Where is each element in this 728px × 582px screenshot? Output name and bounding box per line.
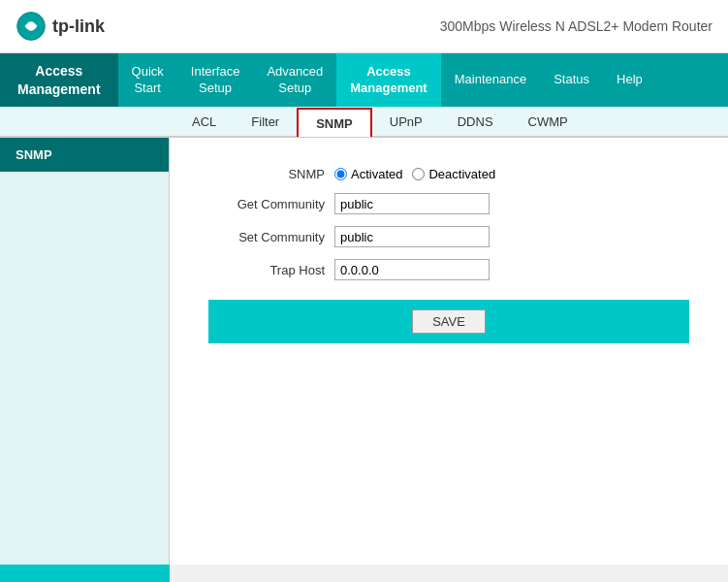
- sub-nav-upnp[interactable]: UPnP: [372, 107, 440, 136]
- product-title: 300Mbps Wireless N ADSL2+ Modem Router: [440, 18, 712, 34]
- bottom-filler: [170, 565, 728, 582]
- set-community-row: Set Community: [208, 226, 689, 247]
- deactivated-radio[interactable]: [412, 168, 425, 180]
- deactivated-label: Deactivated: [428, 167, 495, 181]
- sub-nav: ACL Filter SNMP UPnP DDNS CWMP: [0, 107, 728, 138]
- logo-text: tp-link: [52, 16, 105, 37]
- save-row: SAVE: [208, 300, 689, 343]
- deactivated-option[interactable]: Deactivated: [412, 167, 495, 181]
- page-header: tp-link 300Mbps Wireless N ADSL2+ Modem …: [0, 0, 728, 53]
- sidebar-snmp-item[interactable]: SNMP: [0, 138, 169, 172]
- main-nav: Access Management Quick Start Interface …: [0, 53, 728, 107]
- snmp-radio-group: Activated Deactivated: [334, 167, 495, 181]
- snmp-label: SNMP: [208, 167, 334, 181]
- nav-item-maintenance[interactable]: Maintenance: [441, 53, 540, 107]
- activated-radio[interactable]: [334, 168, 347, 180]
- save-button[interactable]: SAVE: [412, 309, 486, 334]
- nav-item-access-management[interactable]: Access Management: [336, 53, 440, 107]
- sub-nav-acl[interactable]: ACL: [174, 107, 234, 136]
- activated-option[interactable]: Activated: [334, 167, 402, 181]
- tplink-logo-icon: [16, 11, 47, 42]
- nav-items: Quick Start Interface Setup Advanced Set…: [118, 53, 728, 107]
- nav-item-advanced-setup[interactable]: Advanced Setup: [253, 53, 336, 107]
- nav-item-help[interactable]: Help: [603, 53, 656, 107]
- nav-item-interface-setup[interactable]: Interface Setup: [177, 53, 254, 107]
- sub-nav-snmp[interactable]: SNMP: [297, 108, 372, 137]
- nav-item-quick-start[interactable]: Quick Start: [118, 53, 177, 107]
- snmp-row: SNMP Activated Deactivated: [208, 167, 689, 181]
- nav-item-status[interactable]: Status: [540, 53, 603, 107]
- set-community-label: Set Community: [208, 230, 334, 244]
- sub-nav-ddns[interactable]: DDNS: [440, 107, 511, 136]
- nav-active-label: Access Management: [0, 53, 118, 107]
- sidebar-bottom-bar: [0, 565, 170, 582]
- content-wrapper: SNMP SNMP Activated Deactivated: [0, 138, 728, 565]
- sidebar: SNMP: [0, 138, 170, 565]
- get-community-label: Get Community: [208, 197, 334, 211]
- sub-nav-filter[interactable]: Filter: [234, 107, 297, 136]
- bottom-area: [0, 565, 728, 582]
- trap-host-input[interactable]: [334, 259, 490, 280]
- sub-nav-cwmp[interactable]: CWMP: [511, 107, 586, 136]
- get-community-row: Get Community: [208, 193, 689, 214]
- trap-host-row: Trap Host: [208, 259, 689, 280]
- main-area: SNMP Activated Deactivated Get Community: [170, 138, 728, 565]
- trap-host-label: Trap Host: [208, 263, 334, 277]
- activated-label: Activated: [351, 167, 402, 181]
- form-section: SNMP Activated Deactivated Get Community: [208, 167, 689, 280]
- logo-container: tp-link: [16, 11, 105, 42]
- set-community-input[interactable]: [334, 226, 490, 247]
- get-community-input[interactable]: [334, 193, 490, 214]
